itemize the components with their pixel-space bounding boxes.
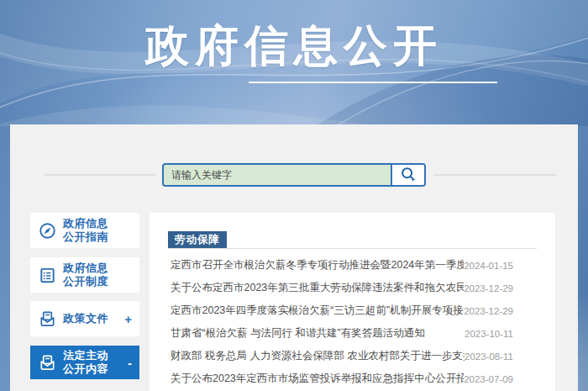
search-button[interactable]: [391, 165, 424, 185]
news-row[interactable]: 定西市2023年四季度落实根治欠薪“三访三超前”机制开展专项接访工作... 20…: [150, 299, 555, 322]
news-title-link[interactable]: 定西市召开全市根治欠薪冬季专项行动推进会暨2024年第一季度市政府根...: [171, 258, 464, 272]
sidebar-collapse-icon[interactable]: -: [128, 356, 139, 370]
search-right-divider: [434, 174, 556, 176]
news-row[interactable]: 关于公布2023年定西市市场监管投诉举报和应急指挥中心公开招聘人总成... 20…: [150, 367, 555, 390]
news-title-link[interactable]: 定西市2023年四季度落实根治欠薪“三访三超前”机制开展专项接访工作...: [171, 304, 464, 318]
envelope-icon: [38, 309, 57, 329]
news-date: 2023-10-11: [465, 329, 513, 339]
sidebar-item-label: 法定主动公开内容: [63, 349, 108, 376]
search-input[interactable]: [164, 165, 391, 185]
sidebar-item-label: 政府信息公开指南: [63, 217, 108, 244]
news-title-link[interactable]: 甘肃省“根治欠薪 与法同行 和谐共建”有奖答题活动通知: [171, 326, 425, 341]
search-left-divider: [45, 174, 155, 176]
page-title: 政府信息公开: [0, 18, 588, 72]
envelope-icon: [38, 353, 57, 373]
sidebar-expand-icon[interactable]: +: [124, 312, 139, 326]
news-date: 2024-01-15: [464, 261, 513, 271]
tab-labor-security[interactable]: 劳动保障: [168, 231, 227, 248]
tab-divider: [168, 248, 537, 249]
news-row[interactable]: 财政部 税务总局 人力资源社会保障部 农业农村部关于进一步支持重点群... 20…: [150, 345, 555, 367]
news-date: 2023-12-29: [464, 306, 513, 316]
title-underline-decoration: [249, 82, 497, 83]
page-banner: 政府信息公开: [0, 0, 588, 126]
sidebar-item-label: 政策文件: [63, 312, 108, 325]
sidebar-item-system[interactable]: 政府信息公开制度: [30, 257, 139, 293]
sidebar-item-policy-files[interactable]: 政策文件 +: [30, 301, 139, 336]
sidebar-item-label: 政府信息公开制度: [63, 262, 108, 288]
search-magnifier-icon: [399, 166, 417, 184]
news-card: 劳动保障 定西市召开全市根治欠薪冬季专项行动推进会暨2024年第一季度市政府根.…: [150, 213, 555, 391]
news-row[interactable]: 甘肃省“根治欠薪 与法同行 和谐共建”有奖答题活动通知 2023-10-11: [150, 322, 555, 345]
content-panel: 政府信息公开指南 政府信息公开制度: [10, 124, 578, 391]
news-list: 定西市召开全市根治欠薪冬季专项行动推进会暨2024年第一季度市政府根... 20…: [150, 254, 555, 390]
news-title-link[interactable]: 关于公布定西市2023年第三批重大劳动保障违法案件和拖欠农民工工资失...: [171, 281, 464, 295]
news-date: 2023-08-11: [465, 351, 513, 362]
news-row[interactable]: 定西市召开全市根治欠薪冬季专项行动推进会暨2024年第一季度市政府根... 20…: [150, 254, 555, 277]
news-date: 2023-12-29: [464, 283, 513, 293]
sidebar-item-statutory-disclosure[interactable]: 法定主动公开内容 -: [30, 346, 139, 379]
compass-icon: [38, 221, 57, 240]
news-date: 2023-07-09: [464, 374, 513, 384]
search-bar: [162, 163, 426, 187]
news-title-link[interactable]: 财政部 税务总局 人力资源社会保障部 农业农村部关于进一步支持重点群...: [171, 349, 465, 363]
news-row[interactable]: 关于公布定西市2023年第三批重大劳动保障违法案件和拖欠农民工工资失... 20…: [150, 277, 555, 299]
sidebar-item-guide[interactable]: 政府信息公开指南: [30, 213, 139, 248]
document-icon: [38, 266, 57, 285]
news-title-link[interactable]: 关于公布2023年定西市市场监管投诉举报和应急指挥中心公开招聘人总成...: [171, 372, 464, 386]
